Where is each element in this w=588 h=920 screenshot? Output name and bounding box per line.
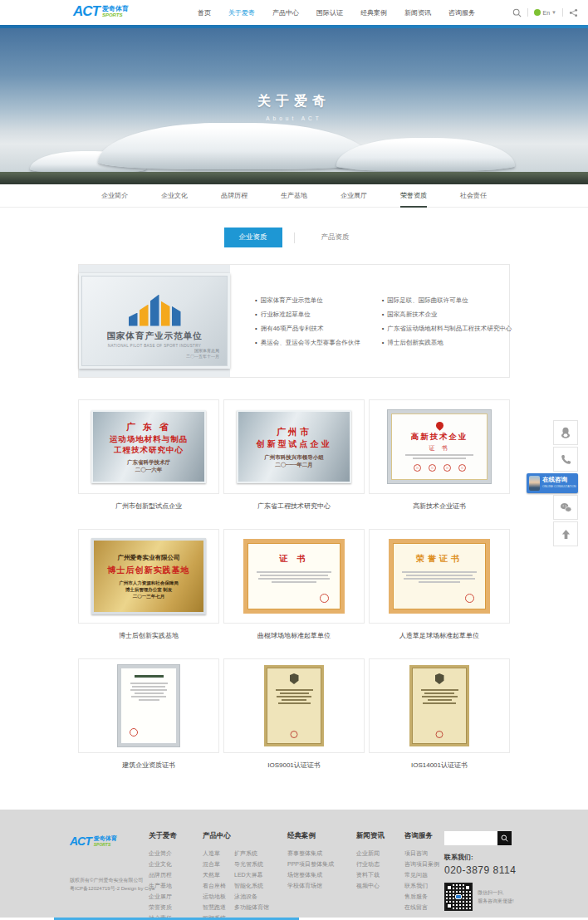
certificate-image[interactable]: 荣誉证书 xyxy=(369,529,510,624)
certificate-image[interactable]: 证 书 xyxy=(223,529,365,624)
footer-link[interactable]: 企业展厅 xyxy=(149,891,177,902)
nav-item-about[interactable]: 关于爱奇 xyxy=(228,8,255,17)
about-subnav: 企业简介 企业文化 品牌历程 生产基地 企业展厅 荣誉资质 社会责任 xyxy=(0,184,588,208)
certificate-image[interactable] xyxy=(78,658,219,753)
footer-link[interactable]: 行业动态 xyxy=(356,859,385,869)
phone-contact-button[interactable] xyxy=(553,447,578,472)
subtab-culture[interactable]: 企业文化 xyxy=(161,184,188,208)
nav-item-service[interactable]: 咨询服务 xyxy=(448,8,475,17)
certificate-image[interactable] xyxy=(223,658,365,753)
arrow-up-icon xyxy=(561,529,571,540)
hi-tech-certificate: 高新技术企业 证 书 xyxy=(388,410,491,483)
search-input[interactable] xyxy=(444,831,497,845)
plaque-issuer: 广州市人力资源和社会保障局 博士后管理办公室 制发 二〇一三年七月 xyxy=(119,580,179,599)
hero-banner: 关于爱奇 About ACT xyxy=(0,28,588,184)
footer-link[interactable]: 在线留言 xyxy=(404,902,439,913)
footer-link[interactable]: 多功能体育馆 xyxy=(234,902,269,913)
nav-item-home[interactable]: 首页 xyxy=(198,8,211,17)
footer-link[interactable]: 场馆整体集成 xyxy=(287,869,334,880)
footer-link[interactable]: 赛事整体集成 xyxy=(287,848,334,859)
footer-link[interactable]: 常见问题 xyxy=(404,869,439,880)
gold-plaque: 广州爱奇实业有限公司 博士后创新实践基地 广州市人力资源和社会保障局 博士后管理… xyxy=(91,538,206,614)
subtab-profile[interactable]: 企业简介 xyxy=(101,184,128,208)
footer-link[interactable]: 企业文化 xyxy=(149,859,177,869)
corporate-qualification-button[interactable]: 企业资质 xyxy=(224,228,282,247)
certificate-title: 荣誉证书 xyxy=(416,553,463,565)
footer-link[interactable]: 学校体育场馆 xyxy=(287,880,334,891)
footer-link[interactable]: 售后服务 xyxy=(404,891,439,902)
footer-link[interactable]: LED大屏幕 xyxy=(234,869,269,880)
footer-link[interactable]: PPP项目整体集成 xyxy=(287,859,334,869)
share-icon[interactable] xyxy=(569,8,578,17)
back-to-top-button[interactable] xyxy=(553,521,578,546)
qq-contact-button[interactable] xyxy=(553,420,578,445)
footer-col-title: 关于爱奇 xyxy=(149,831,177,841)
footer-link[interactable]: 联系我们 xyxy=(404,880,439,891)
logo[interactable]: ACT 爱奇体育 SPORTS xyxy=(73,3,129,20)
wechat-qr-code xyxy=(444,883,473,911)
footer-logo[interactable]: ACT 爱奇体育 SPORTS xyxy=(70,833,117,849)
subtab-history[interactable]: 品牌历程 xyxy=(221,184,247,208)
footer-link[interactable]: 泳池设备 xyxy=(234,891,269,902)
certificate-caption: 广州市创新型试点企业 xyxy=(78,502,219,511)
certificate-image[interactable]: 广州爱奇实业有限公司 博士后创新实践基地 广州市人力资源和社会保障局 博士后管理… xyxy=(78,529,219,624)
certificate-image[interactable]: 高新技术企业 证 书 xyxy=(369,399,510,494)
certificate-grid: 广 东 省 运动场地材料与制品 工程技术研究中心 广东省科学技术厅二〇一六年 广… xyxy=(78,399,510,770)
nav-item-cases[interactable]: 经典案例 xyxy=(360,8,387,17)
footer-link[interactable]: 生产基地 xyxy=(149,880,177,891)
footer-link[interactable]: 运动地板 xyxy=(203,891,226,902)
search-icon[interactable] xyxy=(512,8,522,17)
plaque-issuer: 广州市科技兴市领导小组二〇一一年二月 xyxy=(264,453,324,468)
honor-list-left: 国家体育产业示范单位 行业标准起草单位 拥有46项产品专利技术 奥运会、亚运会等… xyxy=(255,293,360,350)
certificate-caption: 高新技术企业证书 xyxy=(369,502,510,511)
footer-link[interactable]: 智慧跑道 xyxy=(203,902,226,913)
consultant-avatar xyxy=(529,476,540,491)
plaque-line: 创新型试点企业 xyxy=(257,438,332,450)
hero-text: 关于爱奇 About ACT xyxy=(0,93,588,121)
nav-item-certification[interactable]: 国际认证 xyxy=(316,8,343,17)
subtab-responsibility[interactable]: 社会责任 xyxy=(460,184,487,208)
footer-link[interactable]: 品牌历程 xyxy=(149,869,177,880)
plaque-title: 博士后创新实践基地 xyxy=(108,565,190,576)
subtab-base[interactable]: 生产基地 xyxy=(281,184,307,208)
honor-intro-box: 国家体育产业示范单位 NATIONAL PILOT BASE OF SPORT … xyxy=(78,264,510,378)
header: ACT 爱奇体育 SPORTS 首页 关于爱奇 产品中心 国际认证 经典案例 新… xyxy=(0,0,588,25)
footer-link[interactable]: 视频中心 xyxy=(356,880,385,891)
divider xyxy=(294,232,295,243)
search-icon xyxy=(501,834,508,842)
shield-emblem-icon xyxy=(290,673,299,684)
footer-link[interactable]: 智能化系统 xyxy=(234,880,269,891)
footer-link[interactable]: 看台座椅 xyxy=(203,880,226,891)
nav-item-products[interactable]: 产品中心 xyxy=(272,8,299,17)
footer-link[interactable]: 企业新闻 xyxy=(356,848,385,859)
footer-link[interactable]: 导光管系统 xyxy=(234,859,269,869)
footer-link[interactable]: 资料下载 xyxy=(356,869,385,880)
wechat-contact-button[interactable] xyxy=(553,495,578,520)
footer-link[interactable]: 荣誉资质 xyxy=(149,902,177,913)
certificate-image[interactable] xyxy=(369,658,510,753)
certificate-subtitle: 证 书 xyxy=(429,444,450,453)
ornate-certificate: 证 书 xyxy=(243,539,345,614)
product-qualification-button[interactable]: 产品资质 xyxy=(306,228,365,247)
footer-link[interactable]: 混合草 xyxy=(203,859,226,869)
certificate-image[interactable]: 广州市 创新型试点企业 广州市科技兴市领导小组二〇一一年二月 xyxy=(223,399,365,494)
online-consult-banner[interactable]: 在线咨询 ONLINE CONSULTATION xyxy=(527,473,578,493)
nav-item-news[interactable]: 新闻资讯 xyxy=(404,8,431,17)
footer-link[interactable]: 扩声系统 xyxy=(234,848,269,859)
wechat-icon xyxy=(560,502,572,513)
certificate-caption: 广东省工程技术研究中心 xyxy=(223,502,365,511)
page-subtitle: About ACT xyxy=(0,115,588,121)
footer-link[interactable]: 企业简介 xyxy=(149,848,177,859)
footer-col-cases: 经典案例 赛事整体集成 PPP项目整体集成 场馆整体集成 学校体育场馆 xyxy=(287,831,334,891)
footer-link[interactable]: 项目咨询 xyxy=(404,848,439,859)
plaque-subtitle: NATIONAL PILOT BASE OF SPORT INDUSTRY xyxy=(108,344,202,348)
subtab-honors[interactable]: 荣誉资质 xyxy=(400,184,427,208)
certificate-image[interactable]: 广 东 省 运动场地材料与制品 工程技术研究中心 广东省科学技术厅二〇一六年 xyxy=(78,399,219,494)
phone-icon xyxy=(561,454,571,465)
footer-link[interactable]: 天然草 xyxy=(203,869,226,880)
footer-link[interactable]: 人造草 xyxy=(203,848,226,859)
search-button[interactable] xyxy=(497,831,512,845)
subtab-showroom[interactable]: 企业展厅 xyxy=(341,184,367,208)
language-switcher[interactable]: En ▼ xyxy=(534,9,556,16)
footer-link[interactable]: 咨询项目案例 xyxy=(404,859,439,869)
